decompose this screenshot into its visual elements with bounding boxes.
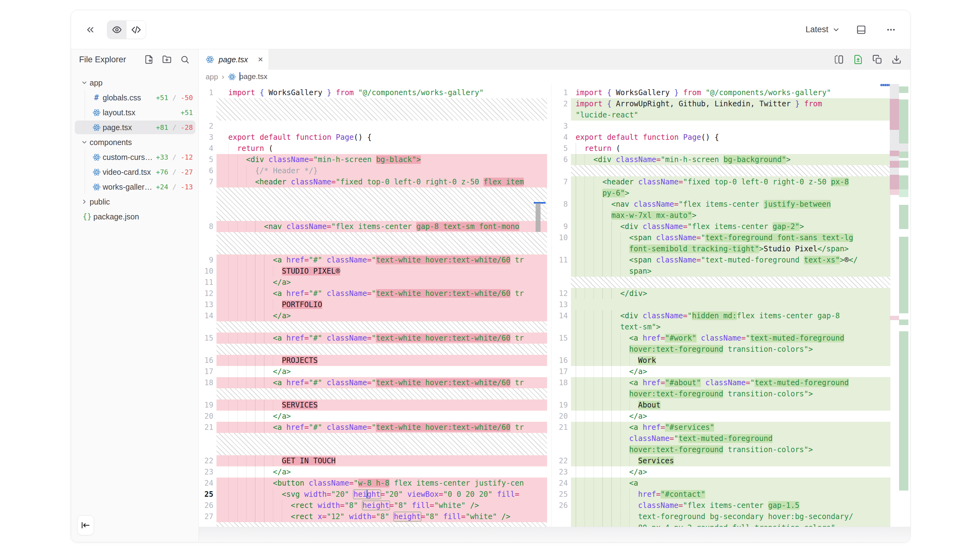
code-line[interactable]: 10<span className="text-foreground font-… [555, 232, 890, 243]
more-options-button[interactable] [882, 21, 900, 38]
code-line[interactable]: 1import { WorksGallery } from "@/compone… [555, 87, 890, 98]
code-line[interactable]: 2 [199, 121, 547, 132]
code-line[interactable]: 17</a> [199, 366, 547, 377]
diff-alignment-spacer [199, 388, 547, 399]
sidebar-file-works-galler[interactable]: works-galler…+24 / -13 [71, 179, 199, 194]
diff-pane-original: 1import { WorksGallery } from "@/compone… [199, 87, 547, 527]
collapse-sidebar-button[interactable] [77, 515, 94, 535]
diff-alignment-spacer [555, 277, 890, 288]
panel-bottom-button[interactable] [853, 21, 870, 38]
code-line[interactable]: 7<header className="fixed top-0 left-0 r… [199, 176, 547, 187]
code-line[interactable]: 14</a> [199, 310, 547, 321]
sidebar-folder-app[interactable]: app [71, 75, 199, 90]
code-line[interactable]: 25href="#contact" [555, 489, 890, 500]
version-selector[interactable]: Latest [805, 25, 840, 34]
code-line[interactable]: 16PROJECTS [199, 355, 547, 366]
code-line[interactable]: 26<rect width="8" height="8" fill="white… [199, 500, 547, 511]
split-view-button[interactable] [834, 54, 844, 65]
code-line[interactable]: 18<a href="#about" className="text-muted… [555, 377, 890, 388]
breadcrumb-parent[interactable]: app [205, 73, 218, 81]
code-line[interactable]: 23</a> [555, 467, 890, 478]
tab-close-icon[interactable]: × [258, 54, 263, 65]
code-line[interactable]: 19SERVICES [199, 399, 547, 411]
new-folder-button[interactable] [161, 53, 173, 66]
code-line[interactable]: 5<div className="min-h-screen bg-black"> [199, 154, 547, 165]
code-line[interactable]: 6{/* Header */} [199, 165, 547, 176]
sidebar-folder-public[interactable]: public [71, 194, 199, 209]
code-line[interactable]: 15<a href="#work" className="text-muted-… [555, 332, 890, 344]
code-line[interactable]: 22Services [555, 455, 890, 467]
code-line[interactable]: 13 [555, 299, 890, 310]
code-line[interactable]: 12<a href="#" className="text-white hove… [199, 288, 547, 299]
code-line[interactable]: 20</a> [199, 411, 547, 422]
code-line[interactable]: 22GET IN TOUCH [199, 455, 547, 467]
code-toggle-button[interactable] [127, 21, 146, 39]
copy-button[interactable] [872, 54, 882, 65]
code-line[interactable]: hover:text-foreground transition-colors"… [555, 388, 890, 399]
code-line[interactable]: 3export default function Page() { [199, 132, 547, 143]
code-line[interactable]: 18<a href="#" className="text-white hove… [199, 377, 547, 388]
code-line[interactable]: 26className="flex items-center gap-1.5 [555, 500, 890, 511]
code-line[interactable]: 19About [555, 399, 890, 411]
code-line[interactable]: 24<button className="w-8 h-8 flex items-… [199, 478, 547, 489]
search-files-button[interactable] [179, 53, 191, 66]
sidebar-file-custom-curs[interactable]: custom-curs…+33 / -12 [71, 150, 199, 165]
code-line[interactable]: 9<div className="flex items-center gap-2… [555, 221, 890, 232]
indent-guides [576, 489, 638, 500]
vertical-scrollbar-thumb[interactable] [536, 203, 541, 232]
file-diff-button[interactable] [853, 54, 863, 65]
horizontal-scrollbar[interactable] [199, 527, 910, 542]
code-line[interactable]: 21<a href="#services" [555, 422, 890, 433]
sidebar-file-page.tsx[interactable]: page.tsx+81 / -28 [71, 120, 199, 135]
code-line[interactable]: 11<span className="text-muted-foreground… [555, 254, 890, 265]
code-line[interactable]: 27<rect x="12" width="8" height="8" fill… [199, 511, 547, 522]
code-line[interactable]: 8<nav className="flex items-center justi… [555, 198, 890, 210]
code-line[interactable]: 9<a href="#" className="text-white hover… [199, 254, 547, 265]
code-line[interactable]: 24<a [555, 478, 890, 489]
sidebar-folder-components[interactable]: components [71, 135, 199, 150]
code-line[interactable]: text-foreground bg-secondary hover:bg-se… [555, 511, 890, 522]
code-line[interactable]: 21<a href="#" className="text-white hove… [199, 422, 547, 433]
code-line[interactable]: span> [555, 265, 890, 277]
code-line[interactable]: hover:text-foreground transition-colors"… [555, 444, 890, 455]
code-line[interactable]: 16Work [555, 355, 890, 366]
code-line[interactable]: py-6"> [555, 187, 890, 198]
code-line[interactable]: max-w-7xl mx-auto"> [555, 210, 890, 221]
code-line[interactable]: 80 px-4 py-2 rounded-full transition-col… [555, 522, 890, 527]
preview-toggle-button[interactable] [107, 21, 127, 39]
indent-guides [576, 411, 629, 422]
new-file-button[interactable] [143, 53, 155, 66]
code-line[interactable]: font-semibold tracking-tight">Studio Pix… [555, 243, 890, 254]
code-line[interactable]: 17</a> [555, 366, 890, 377]
code-line[interactable]: 10STUDIO PIXEL® [199, 265, 547, 277]
sidebar-file-layout.tsx[interactable]: layout.tsx+51 [71, 105, 199, 120]
code-line[interactable]: 2import { ArrowUpRight, Github, Linkedin… [555, 98, 890, 110]
code-line[interactable]: 20</a> [555, 411, 890, 422]
code-line[interactable]: 14<div className="hidden md:flex items-c… [555, 310, 890, 321]
tab-page-tsx[interactable]: page.tsx × [199, 49, 269, 70]
code-line[interactable]: 12</div> [555, 288, 890, 299]
code-line[interactable]: 5return ( [555, 143, 890, 154]
code-line[interactable]: className="text-muted-foreground [555, 433, 890, 444]
sidebar-file-package.json[interactable]: {}package.json [71, 209, 199, 224]
code-line[interactable]: 7<header className="fixed top-0 left-0 r… [555, 176, 890, 187]
code-line[interactable]: 23</a> [199, 467, 547, 478]
code-line[interactable]: "lucide-react" [555, 110, 890, 121]
code-line[interactable]: 6<div className="min-h-screen bg-backgro… [555, 154, 890, 165]
download-button[interactable] [892, 54, 902, 65]
code-line[interactable]: 1import { WorksGallery } from "@/compone… [199, 87, 547, 98]
code-line[interactable]: 15<a href="#" className="text-white hove… [199, 332, 547, 344]
code-line[interactable]: 11</a> [199, 277, 547, 288]
code-line[interactable]: 13PORTFOLIO [199, 299, 547, 310]
code-line[interactable]: 25<svg width="20" height="20" viewBox="0… [199, 489, 547, 500]
code-line[interactable]: text-sm"> [555, 321, 890, 332]
code-line[interactable]: hover:text-foreground transition-colors"… [555, 344, 890, 355]
code-line[interactable]: 8<nav className="flex items-center gap-8… [199, 221, 547, 232]
collapse-panel-button[interactable] [81, 21, 99, 38]
code-line[interactable]: 3 [555, 121, 890, 132]
code-line[interactable]: 4return ( [199, 143, 547, 154]
code-line[interactable]: 4export default function Page() { [555, 132, 890, 143]
sidebar-file-globals.css[interactable]: #globals.css+51 / -50 [71, 90, 199, 105]
diff-overview-ruler[interactable] [890, 84, 908, 527]
sidebar-file-video-card.tsx[interactable]: video-card.tsx+76 / -27 [71, 165, 199, 179]
